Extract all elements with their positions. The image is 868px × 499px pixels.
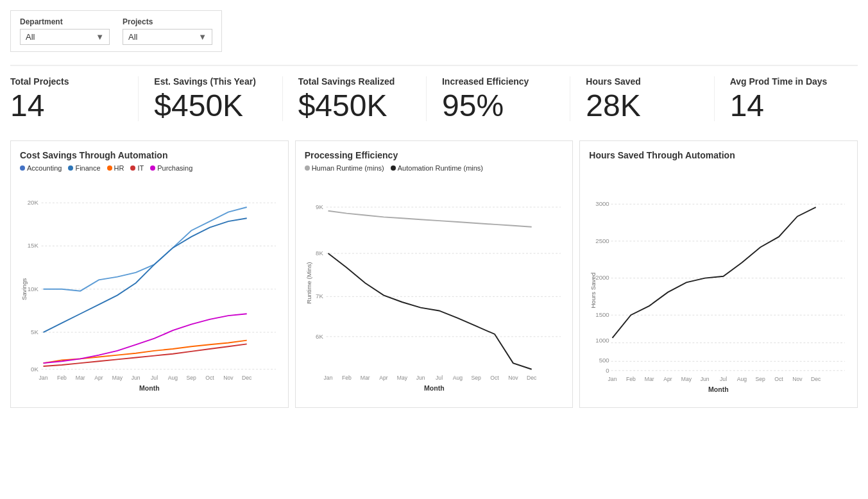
- svg-text:Hours Saved: Hours Saved: [590, 273, 597, 309]
- department-label: Department: [20, 17, 110, 26]
- cost-savings-chart: Cost Savings Through Automation Accounti…: [10, 140, 289, 408]
- kpi-hours-saved: Hours Saved 28K: [570, 76, 714, 121]
- projects-chevron-icon: ▼: [198, 32, 207, 42]
- svg-text:1500: 1500: [596, 311, 609, 318]
- svg-text:2500: 2500: [596, 237, 609, 244]
- svg-text:Mar: Mar: [76, 375, 85, 381]
- kpi-est-savings-label: Est. Savings (This Year): [154, 76, 255, 87]
- svg-text:Sep: Sep: [756, 376, 766, 382]
- legend-automation-label: Automation Runtime (mins): [398, 164, 483, 172]
- svg-text:5K: 5K: [31, 328, 38, 335]
- department-value: All: [26, 32, 35, 42]
- projects-label: Projects: [123, 17, 212, 26]
- svg-text:0: 0: [606, 367, 609, 374]
- svg-text:Jun: Jun: [132, 375, 140, 381]
- hours-saved-chart-area: 3000 2500 2000 1500 1000 500 0: [589, 178, 848, 398]
- svg-text:8K: 8K: [316, 249, 323, 257]
- cost-savings-chart-area: 20K 15K 10K 5K 0K Savings: [20, 177, 279, 397]
- dashboard: Department All ▼ Projects All ▼ Total Pr…: [0, 0, 868, 499]
- kpi-avg-prod-time-value: 14: [730, 90, 764, 121]
- hours-saved-title: Hours Saved Through Automation: [589, 150, 848, 160]
- legend-human-label: Human Runtime (mins): [312, 164, 384, 172]
- kpi-increased-efficiency: Increased Efficiency 95%: [427, 76, 570, 121]
- svg-text:Apr: Apr: [94, 375, 103, 381]
- legend-accounting-label: Accounting: [27, 164, 62, 172]
- kpi-total-projects-value: 14: [10, 90, 44, 121]
- legend-automation-runtime: Automation Runtime (mins): [391, 164, 483, 172]
- filters-bar: Department All ▼ Projects All ▼: [10, 10, 222, 52]
- svg-text:Month: Month: [708, 385, 729, 393]
- svg-text:Mar: Mar: [360, 375, 370, 381]
- legend-it-dot: [130, 165, 135, 171]
- kpi-avg-prod-time-label: Avg Prod Time in Days: [730, 76, 828, 87]
- svg-text:0K: 0K: [31, 366, 38, 373]
- department-select[interactable]: All ▼: [20, 29, 110, 45]
- svg-text:Month: Month: [139, 384, 160, 392]
- kpi-est-savings: Est. Savings (This Year) $450K: [139, 76, 282, 121]
- svg-text:Feb: Feb: [626, 376, 636, 382]
- processing-efficiency-title: Processing Efficiency: [305, 150, 564, 160]
- legend-it: IT: [130, 164, 144, 172]
- svg-text:10K: 10K: [28, 285, 39, 292]
- legend-purchasing: Purchasing: [150, 164, 192, 172]
- svg-text:Jul: Jul: [436, 375, 443, 381]
- svg-text:Dec: Dec: [527, 375, 537, 381]
- department-chevron-icon: ▼: [96, 32, 104, 42]
- svg-text:May: May: [396, 375, 407, 381]
- charts-section: Cost Savings Through Automation Accounti…: [10, 140, 858, 408]
- kpi-section: Total Projects 14 Est. Savings (This Yea…: [10, 65, 858, 121]
- svg-text:2000: 2000: [596, 274, 609, 281]
- svg-text:15K: 15K: [28, 242, 39, 249]
- svg-text:Nov: Nov: [223, 375, 234, 381]
- kpi-total-projects: Total Projects 14: [10, 76, 139, 121]
- legend-finance-label: Finance: [75, 164, 100, 172]
- processing-efficiency-chart-area: 9K 8K 7K 6K Runtime (Mins): [305, 177, 564, 397]
- svg-text:Oct: Oct: [490, 375, 499, 381]
- svg-text:May: May: [112, 375, 123, 381]
- svg-text:Jan: Jan: [608, 376, 617, 382]
- legend-purchasing-label: Purchasing: [157, 164, 192, 172]
- legend-human-runtime: Human Runtime (mins): [305, 164, 384, 172]
- svg-text:Jun: Jun: [701, 376, 710, 382]
- projects-select[interactable]: All ▼: [123, 29, 212, 45]
- svg-text:6K: 6K: [316, 333, 323, 340]
- processing-efficiency-svg: 9K 8K 7K 6K Runtime (Mins): [305, 177, 564, 395]
- svg-text:Aug: Aug: [737, 376, 747, 382]
- svg-text:Jun: Jun: [416, 375, 425, 381]
- svg-text:Aug: Aug: [168, 375, 178, 381]
- legend-hr-dot: [107, 165, 112, 171]
- svg-text:Runtime (Mins): Runtime (Mins): [305, 262, 312, 304]
- kpi-increased-efficiency-value: 95%: [442, 90, 504, 121]
- svg-text:Savings: Savings: [21, 278, 28, 300]
- kpi-total-savings-realized-label: Total Savings Realized: [298, 76, 395, 87]
- svg-text:1000: 1000: [596, 337, 609, 344]
- cost-savings-legend: Accounting Finance HR IT Purchasing: [20, 164, 279, 172]
- legend-hr-label: HR: [114, 164, 124, 172]
- svg-text:9K: 9K: [316, 203, 323, 210]
- legend-finance-dot: [68, 165, 73, 171]
- hours-saved-chart: Hours Saved Through Automation 3000 2500…: [579, 140, 858, 408]
- hours-saved-svg: 3000 2500 2000 1500 1000 500 0: [589, 178, 848, 396]
- svg-text:Oct: Oct: [205, 375, 214, 381]
- svg-text:Sep: Sep: [471, 375, 481, 381]
- svg-text:May: May: [681, 376, 692, 382]
- legend-accounting-dot: [20, 165, 25, 171]
- svg-text:Oct: Oct: [775, 376, 784, 382]
- legend-it-label: IT: [137, 164, 144, 172]
- kpi-increased-efficiency-label: Increased Efficiency: [442, 76, 529, 87]
- svg-text:Feb: Feb: [342, 375, 352, 381]
- cost-savings-title: Cost Savings Through Automation: [20, 150, 279, 160]
- kpi-hours-saved-value: 28K: [586, 90, 640, 121]
- svg-text:Jan: Jan: [39, 375, 48, 381]
- processing-efficiency-legend: Human Runtime (mins) Automation Runtime …: [305, 164, 564, 172]
- kpi-est-savings-value: $450K: [154, 90, 243, 121]
- svg-text:Feb: Feb: [57, 375, 67, 381]
- svg-text:Jan: Jan: [323, 375, 332, 381]
- legend-finance: Finance: [68, 164, 100, 172]
- svg-text:500: 500: [599, 357, 609, 364]
- kpi-avg-prod-time: Avg Prod Time in Days 14: [715, 76, 858, 121]
- projects-filter-group: Projects All ▼: [123, 17, 212, 45]
- kpi-total-savings-realized: Total Savings Realized $450K: [283, 76, 427, 121]
- svg-text:Nov: Nov: [793, 376, 803, 382]
- svg-text:Apr: Apr: [379, 375, 388, 381]
